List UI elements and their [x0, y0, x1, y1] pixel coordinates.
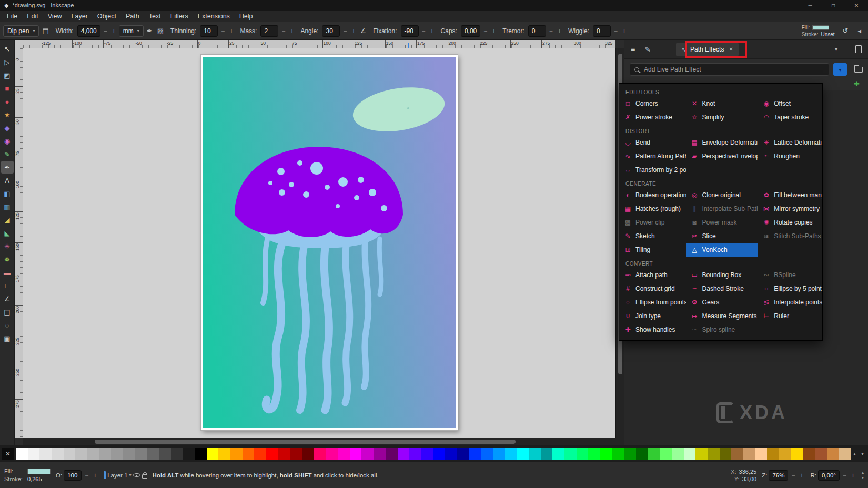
increment-button[interactable]: + — [556, 27, 563, 35]
palette-swatch[interactable] — [195, 448, 207, 460]
palette-swatch[interactable] — [207, 448, 219, 460]
palette-swatch[interactable] — [636, 448, 648, 460]
palette-swatch[interactable] — [767, 448, 779, 460]
palette-swatch[interactable] — [147, 448, 159, 460]
palette-swatch[interactable] — [87, 448, 99, 460]
chevron-up-icon[interactable]: ▴ — [862, 471, 864, 475]
palette-swatch[interactable] — [648, 448, 660, 460]
palette-swatch[interactable] — [386, 448, 398, 460]
tab-close-icon[interactable]: ✕ — [729, 46, 733, 52]
palette-swatch[interactable] — [123, 448, 135, 460]
lpe-item-envelope-deformation[interactable]: ▤Envelope Deformation — [686, 136, 758, 149]
lpe-item-spiro-spline[interactable]: ∽Spiro spline — [686, 323, 758, 337]
tool-mesh-gradient[interactable]: ▦ — [1, 200, 14, 213]
toolbar-fill-stroke-indicator[interactable]: Fill: Stroke: Unset — [802, 25, 835, 37]
field-input-fixation[interactable]: -90 — [401, 25, 419, 37]
lpe-item-perspective-envelope[interactable]: ▰Perspective/Envelope — [686, 149, 758, 163]
lpe-item-power-stroke[interactable]: ✗Power stroke — [619, 110, 686, 124]
decrement-button[interactable]: − — [548, 27, 554, 35]
palette-swatch[interactable] — [421, 448, 433, 460]
palette-swatch[interactable] — [564, 448, 577, 460]
tool-box-3d[interactable]: ◆ — [1, 121, 14, 134]
tilt-icon[interactable]: ∠ — [360, 27, 367, 35]
lpe-item-power-mask[interactable]: ◙Power mask — [686, 216, 758, 229]
palette-none-swatch[interactable]: ✕ — [2, 448, 14, 460]
decrement-button[interactable]: − — [83, 472, 90, 479]
palette-swatch[interactable] — [314, 448, 326, 460]
tool-text[interactable]: A — [1, 174, 14, 187]
menu-extensions[interactable]: Extensions — [193, 11, 235, 22]
lpe-item-bend[interactable]: ◡Bend — [619, 136, 686, 149]
palette-swatch[interactable] — [16, 448, 28, 460]
field-input-mass[interactable]: 2 — [260, 25, 278, 37]
add-effect-icon[interactable]: ✚ — [854, 80, 860, 88]
tool-zoom[interactable]: ◌ — [1, 319, 14, 331]
show-all-effects-button[interactable]: ▾ — [833, 63, 847, 76]
palette-swatch[interactable] — [695, 448, 708, 460]
lpe-item-vonkoch[interactable]: △VonKoch — [686, 243, 758, 257]
menu-filters[interactable]: Filters — [166, 11, 193, 22]
decrement-button[interactable]: − — [341, 27, 348, 35]
increment-button[interactable]: + — [110, 27, 117, 35]
tool-selector[interactable]: ↖ — [1, 43, 14, 55]
palette-swatch[interactable] — [135, 448, 147, 460]
minimize-button[interactable]: ─ — [799, 0, 822, 11]
preset-notes-icon[interactable]: ▤ — [42, 27, 48, 35]
palette-swatch[interactable] — [28, 448, 40, 460]
palette-swatch[interactable] — [505, 448, 517, 460]
palette-swatch[interactable] — [111, 448, 123, 460]
palette-swatch[interactable] — [815, 448, 827, 460]
palette-swatch[interactable] — [779, 448, 791, 460]
lpe-item-boolean-operation[interactable]: ◐Boolean operation — [619, 188, 686, 202]
lpe-item-attach-path[interactable]: ⊸Attach path — [619, 268, 686, 282]
horizontal-scrollbar-thumb[interactable] — [95, 440, 516, 444]
increment-button[interactable]: + — [490, 27, 497, 35]
tool-star[interactable]: ★ — [1, 108, 14, 121]
lpe-item-lattice-deformation[interactable]: ✳Lattice Deformation — [758, 136, 822, 149]
tool-paint-bucket[interactable]: ◣ — [1, 227, 14, 239]
increment-button[interactable]: + — [228, 27, 235, 35]
increment-button[interactable]: + — [288, 27, 295, 35]
decrement-button[interactable]: − — [841, 472, 848, 479]
tool-gradient[interactable]: ◧ — [1, 187, 14, 200]
palette-swatch[interactable] — [624, 448, 636, 460]
lpe-item-simplify[interactable]: ☆Simplify — [686, 110, 758, 124]
palette-swatch[interactable] — [243, 448, 255, 460]
palette-swatch[interactable] — [75, 448, 87, 460]
palette-swatch[interactable] — [374, 448, 386, 460]
increment-button[interactable]: + — [798, 472, 805, 479]
opacity-input[interactable]: 100 — [64, 470, 82, 481]
lpe-item-roughen[interactable]: ≈Roughen — [758, 149, 822, 163]
status-fill-swatch[interactable] — [27, 469, 51, 474]
lpe-item-interpolate-points[interactable]: ≶Interpolate points — [758, 296, 822, 309]
lpe-item-taper-stroke[interactable]: ◠Taper stroke — [758, 110, 822, 124]
lpe-item-ellipse-by-5-points[interactable]: ○Ellipse by 5 points — [758, 282, 822, 296]
palette-swatch[interactable] — [481, 448, 493, 460]
decrement-button[interactable]: − — [280, 27, 287, 35]
field-input-tremor[interactable]: 0 — [528, 25, 546, 37]
tab-path-effects[interactable]: ∿ Path Effects ✕ — [676, 43, 739, 56]
panel-tabs-chevron-icon[interactable]: ▾ — [835, 46, 837, 52]
unit-select[interactable]: mm ▾ — [119, 25, 144, 37]
palette-swatch[interactable] — [266, 448, 278, 460]
menu-object[interactable]: Object — [93, 11, 121, 22]
trace-background-icon[interactable]: ▨ — [157, 27, 164, 35]
palette-swatch[interactable] — [493, 448, 505, 460]
width-input[interactable]: 4,000 — [77, 25, 100, 37]
tool-rectangle[interactable]: ■ — [1, 82, 14, 95]
horizontal-scrollbar[interactable] — [23, 438, 615, 445]
palette-swatch[interactable] — [290, 448, 302, 460]
layer-visibility-icon[interactable] — [133, 472, 140, 479]
palette-swatch[interactable] — [218, 448, 230, 460]
palette-swatch[interactable] — [684, 448, 696, 460]
tool-tweak[interactable]: ✳ — [1, 240, 14, 252]
field-input-angle[interactable]: 30 — [322, 25, 340, 37]
increment-button[interactable]: + — [850, 472, 856, 479]
increment-button[interactable]: + — [621, 27, 628, 35]
field-input-wiggle[interactable]: 0 — [593, 25, 611, 37]
palette-swatch[interactable] — [350, 448, 362, 460]
palette-swatch[interactable] — [612, 448, 624, 460]
lpe-item-gears[interactable]: ⚙Gears — [686, 296, 758, 309]
palette-swatch[interactable] — [183, 448, 195, 460]
increment-button[interactable]: + — [92, 472, 98, 479]
